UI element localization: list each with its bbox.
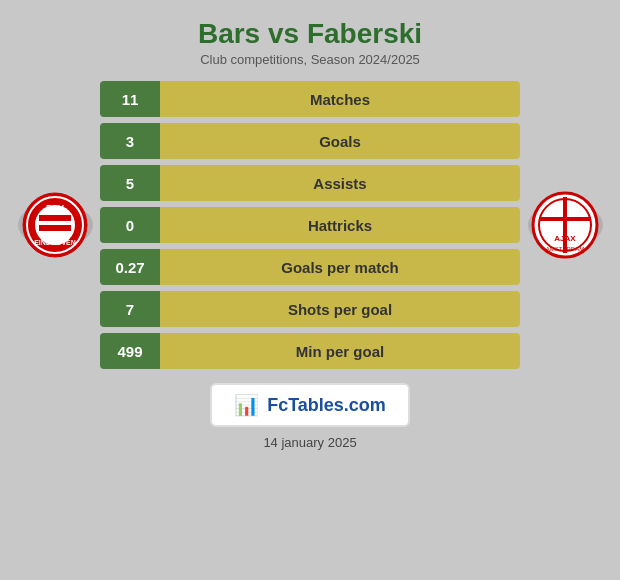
svg-rect-4: [39, 225, 71, 231]
fctables-icon: 📊: [234, 393, 259, 417]
footer-section: 📊 FcTables.com 14 january 2025: [0, 383, 620, 450]
right-logo-area: AJAX AMSTERDAM: [520, 202, 610, 248]
stat-value-4: 0.27: [100, 249, 160, 285]
title-section: Bars vs Faberski Club competitions, Seas…: [0, 0, 620, 71]
svg-text:AJAX: AJAX: [554, 234, 576, 243]
psv-logo: PSV EINDHOVEN: [19, 189, 91, 261]
stat-label-5: Shots per goal: [160, 291, 520, 327]
fctables-text: FcTables.com: [267, 395, 386, 416]
main-title: Bars vs Faberski: [0, 18, 620, 50]
stats-column: 11Matches3Goals5Assists0Hattricks0.27Goa…: [100, 81, 520, 369]
stat-value-5: 7: [100, 291, 160, 327]
page-wrapper: Bars vs Faberski Club competitions, Seas…: [0, 0, 620, 580]
svg-rect-3: [39, 215, 71, 221]
svg-text:PSV: PSV: [46, 203, 64, 213]
stat-label-0: Matches: [160, 81, 520, 117]
stat-row: 7Shots per goal: [100, 291, 520, 327]
stat-value-6: 499: [100, 333, 160, 369]
stat-value-1: 3: [100, 123, 160, 159]
subtitle: Club competitions, Season 2024/2025: [0, 52, 620, 67]
ajax-logo: AJAX AMSTERDAM: [529, 189, 601, 261]
stat-label-2: Assists: [160, 165, 520, 201]
stat-value-2: 5: [100, 165, 160, 201]
stat-row: 0Hattricks: [100, 207, 520, 243]
stat-label-4: Goals per match: [160, 249, 520, 285]
svg-text:AMSTERDAM: AMSTERDAM: [546, 246, 584, 252]
svg-text:EINDHOVEN: EINDHOVEN: [34, 239, 76, 246]
stat-row: 3Goals: [100, 123, 520, 159]
left-logo-area: PSV EINDHOVEN: [10, 202, 100, 248]
stat-label-1: Goals: [160, 123, 520, 159]
stat-value-0: 11: [100, 81, 160, 117]
stat-row: 0.27Goals per match: [100, 249, 520, 285]
date-text: 14 january 2025: [263, 435, 356, 450]
stat-label-3: Hattricks: [160, 207, 520, 243]
fctables-badge: 📊 FcTables.com: [210, 383, 410, 427]
content-area: PSV EINDHOVEN 11Matches3Goals5Assists0Ha…: [0, 81, 620, 369]
stat-row: 499Min per goal: [100, 333, 520, 369]
stat-row: 11Matches: [100, 81, 520, 117]
stat-label-6: Min per goal: [160, 333, 520, 369]
stat-row: 5Assists: [100, 165, 520, 201]
stat-value-3: 0: [100, 207, 160, 243]
